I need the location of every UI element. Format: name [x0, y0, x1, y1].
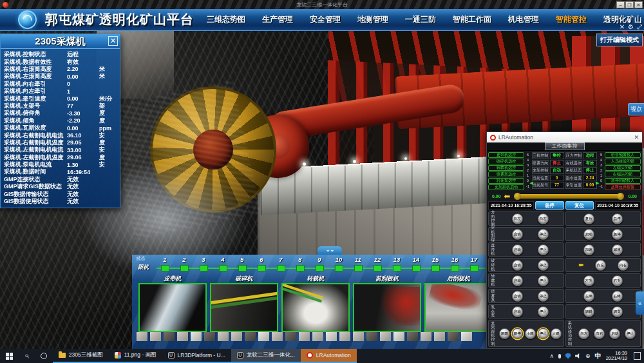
- round-button[interactable]: 小跟: [525, 328, 536, 339]
- lr-mode-button[interactable]: 左端头闭锁: [605, 165, 641, 171]
- round-button[interactable]: 加速: [583, 244, 594, 255]
- lr-close-icon[interactable]: ✕: [634, 134, 639, 141]
- support-status-indicator[interactable]: [354, 265, 363, 271]
- round-button[interactable]: 启动: [512, 229, 523, 240]
- action-center-icon[interactable]: [634, 352, 641, 360]
- filmstrip-thumb[interactable]: [326, 332, 337, 341]
- support-status-indicator[interactable]: [296, 265, 305, 271]
- filmstrip-thumb[interactable]: [245, 332, 256, 341]
- filmstrip-thumb[interactable]: [218, 332, 229, 341]
- round-button[interactable]: 跟停: [512, 328, 523, 339]
- round-button[interactable]: 启动: [583, 229, 594, 240]
- round-button[interactable]: 停止: [538, 260, 549, 271]
- filmstrip-thumb[interactable]: [407, 332, 418, 341]
- taskbar-app[interactable]: 11.png - 画图: [109, 349, 162, 363]
- round-button[interactable]: 启动: [512, 306, 523, 317]
- speaker-icon[interactable]: [575, 353, 581, 358]
- minimize-button[interactable]: –: [616, 1, 625, 8]
- filmstrip-thumb[interactable]: [164, 332, 175, 341]
- round-button[interactable]: 向左: [578, 328, 589, 339]
- support-status-indicator[interactable]: [258, 265, 266, 271]
- filmstrip-thumb[interactable]: [461, 332, 472, 341]
- nav-item-3[interactable]: 安全管理: [310, 14, 341, 25]
- filmstrip-thumb[interactable]: [150, 332, 161, 341]
- filmstrip-thumb[interactable]: [380, 332, 391, 341]
- ime-indicator[interactable]: 中: [595, 351, 601, 360]
- lr-mode-button[interactable]: 右端头闭锁: [605, 172, 641, 177]
- camera-view[interactable]: [353, 283, 421, 332]
- filmstrip-thumb[interactable]: [231, 332, 242, 341]
- round-button[interactable]: 停止: [625, 328, 636, 339]
- round-button[interactable]: 向右: [618, 260, 629, 271]
- round-button[interactable]: 停止: [538, 291, 549, 302]
- lr-mode-button[interactable]: 乳化泵远控: [488, 178, 524, 184]
- microphone-icon[interactable]: [558, 354, 561, 358]
- round-button[interactable]: 向左: [512, 213, 523, 224]
- task-view-button[interactable]: [35, 349, 53, 363]
- lr-mode-button[interactable]: 转载机远控: [488, 165, 524, 171]
- round-button[interactable]: 右升: [612, 275, 623, 286]
- nav-item-4[interactable]: 地测管理: [357, 14, 388, 25]
- support-status-indicator[interactable]: [219, 265, 227, 271]
- filmstrip-thumb[interactable]: [339, 332, 350, 341]
- estop-button[interactable]: 急停: [535, 201, 564, 210]
- filmstrip-thumb[interactable]: [434, 332, 445, 341]
- nav-item-6[interactable]: 智能工作面: [453, 14, 491, 25]
- lr-mode-button[interactable]: 破碎机远控: [488, 159, 524, 164]
- tray-expand-icon[interactable]: ∧: [549, 353, 554, 359]
- support-status-indicator[interactable]: [393, 265, 401, 271]
- filmstrip-thumb[interactable]: [312, 332, 323, 341]
- camera-view[interactable]: [424, 283, 493, 332]
- taskbar-app[interactable]: ULR3DPlatform - U...: [162, 349, 231, 363]
- filmstrip-thumb[interactable]: [285, 332, 296, 341]
- fit-view-icon[interactable]: ⤢: [637, 24, 642, 30]
- round-button[interactable]: 调斜: [583, 306, 594, 317]
- open-edit-mode-button[interactable]: 打开编辑模式: [596, 34, 643, 46]
- round-button[interactable]: 左降: [583, 291, 594, 302]
- taskbar-app[interactable]: U龙软二三维一体化...: [231, 349, 301, 363]
- taskbar-app[interactable]: 2305三维截图: [53, 349, 109, 363]
- lr-alarm-button[interactable]: 故障急停报警: [605, 184, 641, 190]
- round-button[interactable]: 左升: [583, 275, 594, 286]
- round-button[interactable]: 右降: [612, 291, 623, 302]
- nav-item-7[interactable]: 机电管理: [508, 14, 539, 25]
- filmstrip-thumb[interactable]: [258, 332, 269, 341]
- nav-item-1[interactable]: 三维态势图: [207, 14, 245, 25]
- round-button[interactable]: 向右: [594, 328, 605, 339]
- close-button[interactable]: ✕: [634, 1, 643, 8]
- security-shield-icon[interactable]: [565, 353, 571, 359]
- support-status-indicator[interactable]: [277, 265, 285, 271]
- round-button[interactable]: 总停: [612, 213, 623, 224]
- support-status-indicator[interactable]: [431, 265, 440, 271]
- lr-mode-button[interactable]: 急停闭锁投入: [605, 178, 641, 184]
- round-button[interactable]: 停止: [538, 244, 549, 255]
- lr-mode-button[interactable]: 语音预警投入: [605, 152, 641, 158]
- reset-button[interactable]: 复位: [565, 201, 594, 210]
- filmstrip-thumb[interactable]: [272, 332, 283, 341]
- lr-mode-button[interactable]: 人员接近闭锁: [605, 159, 641, 164]
- round-button[interactable]: 停止: [538, 229, 549, 240]
- filmstrip-thumb[interactable]: [353, 332, 364, 341]
- filmstrip-thumb[interactable]: [191, 332, 202, 341]
- round-button[interactable]: 减速: [612, 244, 623, 255]
- round-button[interactable]: 向左: [595, 260, 606, 271]
- support-status-indicator[interactable]: [451, 265, 459, 271]
- nav-item-2[interactable]: 生产管理: [262, 14, 293, 25]
- filmstrip-thumb[interactable]: [204, 332, 215, 341]
- round-button[interactable]: 启动: [512, 244, 523, 255]
- filmstrip-thumb[interactable]: [299, 332, 310, 341]
- round-button[interactable]: 向右: [538, 213, 549, 224]
- tools-icon[interactable]: ✕: [620, 24, 625, 30]
- filmstrip-thumb[interactable]: [393, 332, 404, 341]
- lr-mode-button[interactable]: 喷雾泵远控: [488, 172, 524, 177]
- support-status-indicator[interactable]: [374, 265, 382, 271]
- round-button[interactable]: 停止: [538, 306, 549, 317]
- round-button[interactable]: 大跟: [551, 328, 562, 339]
- viewpoint-tab[interactable]: 视点: [628, 103, 644, 115]
- support-status-indicator[interactable]: [161, 265, 169, 271]
- filmstrip-thumb[interactable]: [366, 332, 377, 341]
- panel-close-icon[interactable]: ✕: [108, 36, 118, 46]
- camera-view[interactable]: [281, 283, 350, 332]
- support-status-indicator[interactable]: [200, 265, 208, 271]
- collapse-chevron-icon[interactable]: ⌄⌄: [317, 246, 342, 255]
